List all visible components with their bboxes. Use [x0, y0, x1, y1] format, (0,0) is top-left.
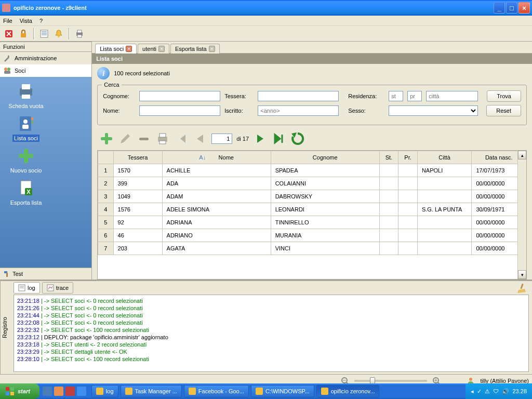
refresh-icon[interactable] [290, 131, 305, 146]
scroll-down-icon[interactable]: ▾ [518, 270, 526, 279]
svg-rect-51 [96, 388, 103, 395]
log-tab-trace[interactable]: trace [42, 282, 73, 294]
delete-icon[interactable] [3, 28, 15, 39]
log-output[interactable]: 23:21:18 | -> SELECT soci <- 0 record se… [14, 295, 529, 372]
edit-icon[interactable] [118, 131, 132, 146]
col-cognome[interactable]: Cognome [271, 151, 379, 164]
ql-icon[interactable] [54, 387, 63, 396]
main-panel: Lista soci× utenti× Esporta lista× Lista… [92, 42, 532, 280]
tab-esporta-lista[interactable]: Esporta lista× [170, 44, 220, 54]
residenza-pr-input[interactable] [407, 91, 422, 101]
svg-rect-20 [31, 121, 33, 124]
reset-button[interactable]: Reset [486, 105, 521, 116]
tray-icon[interactable]: 🔊 [502, 388, 509, 395]
table-row[interactable]: 2399ADACOLAIANNI00/00/0000 [98, 177, 526, 190]
search-legend: Cerca [102, 82, 121, 88]
tray-icon[interactable]: ✓ [477, 388, 482, 395]
log-tab-log[interactable]: log [14, 282, 40, 294]
tab-close-icon[interactable]: × [126, 46, 132, 52]
tab-utenti[interactable]: utenti× [138, 44, 169, 54]
tray-icon[interactable]: ⚠ [485, 388, 490, 395]
table-row[interactable]: 592ADRIANATINNIRELLO00/00/0000 [98, 216, 526, 229]
remove-icon[interactable] [137, 131, 151, 146]
tab-close-icon[interactable]: × [209, 46, 215, 52]
trova-button[interactable]: Trova [487, 90, 521, 102]
taskbar-item[interactable]: Facebook - Goo... [184, 385, 249, 397]
print-icon[interactable] [155, 131, 170, 146]
first-page-icon[interactable] [174, 131, 189, 146]
ql-icon[interactable] [43, 387, 52, 396]
table-row[interactable]: 7203AGATAVINCI00/00/0000 [98, 242, 526, 255]
tab-lista-soci[interactable]: Lista soci× [95, 44, 137, 54]
col-pr[interactable]: Pr. [398, 151, 418, 164]
sidebar-footer[interactable]: Test [0, 268, 91, 280]
taskbar-item[interactable]: Task Manager ... [121, 385, 182, 397]
titlebar: opificio zeronove - z9client _ □ × [0, 0, 532, 16]
windows-icon [5, 387, 15, 396]
bell-icon[interactable] [53, 28, 64, 39]
table-row[interactable]: 31049ADAMDABROWSKY00/00/0000 [98, 190, 526, 203]
table-row[interactable]: 11570ACHILLESPADEANAPOLI17/07/1973 [98, 164, 526, 177]
icon-scheda-vuota[interactable]: Scheda vuota [4, 81, 48, 109]
svg-rect-48 [10, 387, 14, 391]
taskbar-item[interactable]: opificio zeronov... [316, 385, 380, 397]
ql-icon[interactable] [65, 387, 75, 396]
tab-close-icon[interactable]: × [158, 46, 165, 52]
start-button[interactable]: start [0, 383, 39, 399]
add-icon[interactable] [99, 131, 114, 146]
menu-vista[interactable]: Vista [20, 18, 32, 24]
last-page-icon[interactable] [272, 131, 286, 146]
cognome-input[interactable] [139, 91, 220, 101]
col-citta[interactable]: Città [417, 151, 472, 164]
page-of-label: di 17 [236, 136, 249, 142]
tabstrip: Lista soci× utenti× Esporta lista× [92, 42, 532, 53]
info-bar: i 100 record selezionati [92, 64, 532, 83]
next-page-icon[interactable] [253, 131, 268, 146]
icon-nuovo-socio[interactable]: Nuovo socio [4, 145, 48, 174]
maximize-button[interactable]: □ [506, 2, 517, 14]
menu-help[interactable]: ? [39, 18, 43, 24]
residenza-st-input[interactable] [389, 91, 403, 101]
residenza-citta-input[interactable] [426, 91, 478, 101]
list-icon[interactable] [38, 28, 50, 39]
nome-input[interactable] [139, 105, 220, 116]
sesso-select[interactable] [389, 105, 478, 116]
data-grid: Tessera A↓ Nome Cognome St. Pr. Città Da… [97, 150, 527, 280]
scroll-up-icon[interactable]: ▴ [518, 151, 526, 159]
taskbar-item[interactable]: C:\WINDOWSP... [251, 385, 314, 397]
sidebar-item-amministrazione[interactable]: Amministrazione [0, 52, 91, 64]
close-button[interactable]: × [518, 2, 530, 14]
scrollbar[interactable]: ▴ ▾ [517, 151, 526, 279]
page-input[interactable] [211, 134, 232, 144]
svg-rect-14 [22, 84, 30, 89]
clear-log-icon[interactable] [516, 283, 527, 293]
menu-file[interactable]: File [3, 18, 12, 24]
table-row[interactable]: 646ADRIANOMURANIA00/00/0000 [98, 229, 526, 242]
zoom-slider[interactable] [354, 380, 427, 382]
tessera-input[interactable] [258, 91, 339, 101]
table-header-row: Tessera A↓ Nome Cognome St. Pr. Città Da… [98, 151, 526, 164]
sidebar-item-soci[interactable]: Soci [0, 64, 91, 77]
icon-esporta-lista[interactable]: X Esporta lista [4, 178, 48, 206]
taskbar-item[interactable]: log [91, 385, 118, 397]
col-tessera[interactable]: Tessera [113, 151, 162, 164]
nome-label: Nome: [103, 108, 135, 114]
minimize-button[interactable]: _ [494, 2, 505, 14]
ql-icon[interactable] [77, 387, 86, 396]
prev-page-icon[interactable] [193, 131, 207, 146]
lock-icon[interactable] [18, 28, 29, 39]
table-row[interactable]: 41576ADELE SIMONALEONARDIS.G. LA PUNTA30… [98, 203, 526, 216]
print-icon[interactable] [74, 28, 85, 39]
col-st[interactable]: St. [379, 151, 398, 164]
col-nome[interactable]: A↓ Nome [162, 151, 271, 164]
iscritto-input[interactable] [258, 105, 339, 116]
log-side-label: Registro [0, 281, 10, 374]
icon-lista-soci[interactable]: Lista soci [4, 113, 48, 141]
tray-clock[interactable]: 23.28 [512, 388, 527, 394]
svg-rect-13 [20, 88, 32, 96]
tray-icon[interactable]: 🛡 [493, 388, 499, 394]
info-text: 100 record selezionati [114, 70, 170, 76]
tray-icon[interactable]: ◂ [471, 388, 474, 395]
svg-rect-50 [10, 392, 14, 395]
svg-rect-47 [6, 387, 9, 391]
